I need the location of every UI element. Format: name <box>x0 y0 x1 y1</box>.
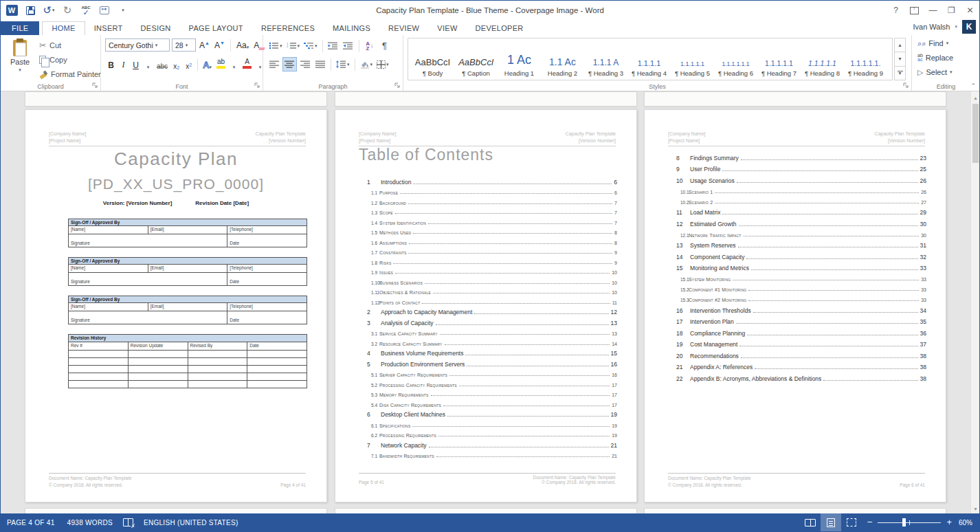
zoom-in-button[interactable]: + <box>946 518 952 527</box>
justify-button[interactable] <box>313 57 327 71</box>
language-indicator[interactable]: ENGLISH (UNITED STATES) <box>137 519 245 527</box>
bullets-button[interactable]: ▾ <box>267 38 284 53</box>
styles-dialog-launcher[interactable] <box>903 82 909 89</box>
zoom-level[interactable]: 60% <box>957 519 979 527</box>
read-mode-button[interactable] <box>800 513 821 531</box>
collapse-ribbon-button[interactable]: ⌃ <box>970 82 976 89</box>
find-button[interactable]: ⌕⌕Find▾ <box>912 37 980 49</box>
tab-mailings[interactable]: MAILINGS <box>324 22 379 35</box>
paragraph-dialog-launcher[interactable] <box>394 82 401 89</box>
scrollbar-thumb[interactable] <box>972 104 979 163</box>
avatar[interactable]: K <box>962 20 976 34</box>
tab-file[interactable]: FILE <box>1 21 39 35</box>
scroll-up-icon[interactable]: ▲ <box>971 93 980 102</box>
tab-home[interactable]: HOME <box>42 21 85 35</box>
subscript-button[interactable]: x2 <box>170 57 182 71</box>
multilevel-list-button[interactable]: ▾ <box>302 38 319 53</box>
numbering-button[interactable]: 12▾ <box>285 38 302 53</box>
font-dialog-launcher[interactable] <box>254 82 260 89</box>
toc-entry-title: Appendix A: References <box>690 364 753 370</box>
superscript-button[interactable]: x2 <box>183 57 194 71</box>
page-indicator[interactable]: PAGE 4 OF 41 <box>1 519 61 527</box>
underline-caret[interactable]: ▾ <box>142 57 154 71</box>
save-button[interactable] <box>24 4 36 16</box>
word-logo-icon[interactable]: W <box>5 4 18 16</box>
style-body[interactable]: AaBbCcI¶ Body <box>411 41 454 80</box>
align-right-button[interactable] <box>298 57 312 71</box>
style-h9[interactable]: 1.1.1.1.1.¶ Heading 9 <box>844 41 887 80</box>
style-h5[interactable]: 1.1.1.1.1¶ Heading 5 <box>671 41 714 80</box>
vertical-scrollbar[interactable]: ▲ ▼ <box>970 91 979 515</box>
highlight-caret[interactable]: ▾ <box>228 57 240 71</box>
proofing-status-icon[interactable]: ✗ <box>123 518 133 527</box>
style-h7[interactable]: 1.1.1.1.1¶ Heading 7 <box>757 41 801 80</box>
zoom-slider[interactable] <box>878 518 941 527</box>
spelling-grammar-button[interactable]: ABC✓ <box>80 4 92 16</box>
styles-scroll-up-button[interactable]: ▲ <box>894 38 906 52</box>
borders-button[interactable]: ▾ <box>375 57 390 71</box>
styles-scroll-down-button[interactable]: ▼ <box>894 52 906 66</box>
decrease-indent-button[interactable] <box>326 38 340 53</box>
customize-qat-button[interactable]: ▾ <box>117 4 129 16</box>
shading-button[interactable]: ▾ <box>359 57 375 71</box>
style-h2[interactable]: 1.1 AcHeading 2 <box>541 41 584 80</box>
touch-mode-button[interactable] <box>98 4 111 16</box>
style-h8[interactable]: 1.1.1.1.1¶ Heading 8 <box>801 41 844 80</box>
shrink-font-button[interactable]: A▼ <box>213 38 226 52</box>
style-h4[interactable]: 1.1.1.1¶ Heading 4 <box>627 41 671 80</box>
page-toc-2[interactable]: [Company Name]Capacity Plan Template [Pr… <box>644 109 946 502</box>
account-area[interactable]: Ivan Walsh ▾ K <box>913 20 979 35</box>
minimize-button[interactable]: — <box>924 1 942 20</box>
change-case-button[interactable]: Aa▾ <box>235 38 250 52</box>
bold-button[interactable]: B <box>105 57 117 71</box>
style-h1[interactable]: 1 AcHeading 1 <box>498 41 541 80</box>
word-count[interactable]: 4938 WORDS <box>61 519 119 527</box>
cut-button[interactable]: ✂Cut <box>39 39 101 51</box>
line-spacing-button[interactable]: ▾ <box>335 57 351 71</box>
print-layout-button[interactable] <box>821 513 841 531</box>
font-name-select[interactable]: Century Gothi▾ <box>105 38 170 52</box>
ribbon-display-options-button[interactable] <box>905 1 924 20</box>
page-toc-1[interactable]: [Company Name]Capacity Plan Template [Pr… <box>335 109 637 502</box>
styles-more-button[interactable]: ▼ <box>894 67 906 80</box>
clipboard-dialog-launcher[interactable] <box>92 82 98 89</box>
zoom-out-button[interactable]: − <box>867 518 873 527</box>
format-painter-button[interactable]: Format Painter <box>39 68 101 80</box>
help-button[interactable]: ? <box>887 1 905 20</box>
undo-button[interactable]: ↺▾ <box>43 4 55 16</box>
tab-insert[interactable]: INSERT <box>85 22 132 35</box>
copy-button[interactable]: Copy <box>39 54 101 65</box>
strikethrough-button[interactable]: abc <box>155 57 170 71</box>
text-effects-button[interactable]: A▾ <box>201 57 214 71</box>
tab-developer[interactable]: DEVELOPER <box>467 22 533 35</box>
show-formatting-marks-button[interactable]: ¶ <box>378 38 392 53</box>
tab-review[interactable]: REVIEW <box>379 22 428 35</box>
italic-button[interactable]: I <box>118 57 129 71</box>
font-size-select[interactable]: 28▾ <box>172 38 196 52</box>
sort-button[interactable]: AZ↓ <box>363 38 377 53</box>
align-left-button[interactable] <box>267 57 281 71</box>
underline-button[interactable]: U <box>130 57 142 71</box>
page-cover[interactable]: [Company Name]Capacity Plan Template [Pr… <box>25 109 327 502</box>
style-h3[interactable]: 1.1.1 A¶ Heading 3 <box>584 41 627 80</box>
style-caption[interactable]: AaBbCcl¶ Caption <box>454 41 498 80</box>
tab-references[interactable]: REFERENCES <box>252 22 324 35</box>
font-color-button[interactable]: A <box>241 57 254 71</box>
align-center-button[interactable] <box>282 57 297 71</box>
highlight-color-button[interactable]: ab <box>214 57 227 71</box>
select-button[interactable]: ▷Select▾ <box>912 66 980 78</box>
tab-design[interactable]: DESIGN <box>132 22 180 35</box>
maximize-button[interactable]: ❐ <box>942 1 961 20</box>
paste-button[interactable]: Paste ▾ <box>3 38 36 81</box>
style-h6[interactable]: 1.1.1.1.1.1¶ Heading 6 <box>714 41 757 80</box>
replace-button[interactable]: abacReplace <box>912 52 980 64</box>
increase-indent-button[interactable] <box>342 38 355 53</box>
tab-page-layout[interactable]: PAGE LAYOUT <box>180 22 252 35</box>
web-layout-button[interactable] <box>841 513 862 531</box>
tab-view[interactable]: VIEW <box>428 22 466 35</box>
zoom-slider-thumb[interactable] <box>902 518 906 527</box>
redo-button[interactable]: ↻ <box>61 4 74 16</box>
grow-font-button[interactable]: A▲ <box>198 38 211 52</box>
close-button[interactable]: ✕ <box>961 1 979 20</box>
scroll-down-icon[interactable]: ▼ <box>971 504 980 513</box>
